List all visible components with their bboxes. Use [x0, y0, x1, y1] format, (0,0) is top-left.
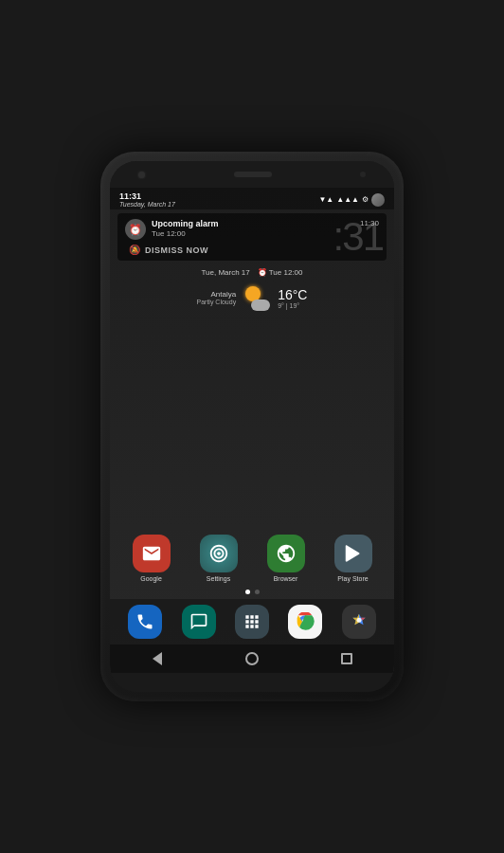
weather-city: Antalya [197, 290, 237, 299]
page-dot-1 [245, 590, 250, 594]
home-icon [245, 652, 259, 665]
home-button[interactable] [243, 649, 261, 668]
weather-condition: Partly Cloudy [197, 299, 237, 305]
notification-panel: ⏰ Upcoming alarm Tue 12:00 11:30 🔕 DISMI… [117, 213, 387, 261]
weather-icon [243, 284, 270, 311]
dismiss-button[interactable]: DISMISS NOW [145, 245, 208, 255]
wifi-icon: ▼▲ [318, 195, 333, 204]
back-icon [153, 652, 162, 665]
notification-title: Upcoming alarm [152, 219, 219, 228]
weather-range: 9° | 19° [278, 302, 307, 309]
alarm-label: ⏰ Tue 12:00 [258, 268, 303, 277]
app-grid: Google Settings [110, 531, 394, 586]
notification-subtitle: Tue 12:00 [152, 229, 219, 238]
bottom-bezel [110, 673, 394, 692]
notification-header: ⏰ Upcoming alarm Tue 12:00 11:30 [125, 219, 379, 240]
phone-screen-area: 11:31 Tuesday, March 17 ▼▲ ▲▲▲ ⚙ :31 ⏰ [110, 161, 394, 692]
notification-text: Upcoming alarm Tue 12:00 [152, 219, 219, 238]
playstore-icon [334, 535, 372, 572]
alarm-clock-icon: ⏰ [258, 268, 267, 277]
settings-icon [200, 535, 238, 572]
page-dot-2 [255, 590, 260, 594]
page-dots [110, 586, 394, 598]
notification-left: ⏰ Upcoming alarm Tue 12:00 [125, 219, 219, 240]
status-icons: ▼▲ ▲▲▲ ⚙ [318, 193, 385, 207]
dock-item-launcher[interactable] [226, 605, 278, 639]
user-avatar [371, 193, 385, 207]
weather-location: Antalya Partly Cloudy [197, 290, 237, 305]
chrome-dock-icon [288, 605, 322, 639]
weather-temperature: 16°C [278, 287, 307, 302]
home-spacer [110, 315, 394, 531]
svg-point-2 [356, 618, 361, 623]
home-screen: 11:31 Tuesday, March 17 ▼▲ ▲▲▲ ⚙ :31 ⏰ [110, 188, 394, 673]
front-camera [138, 172, 145, 178]
dismiss-row[interactable]: 🔕 DISMISS NOW [125, 245, 379, 255]
photos-dock-icon [342, 605, 376, 639]
browser-icon [267, 535, 305, 572]
app-dock [110, 598, 394, 644]
google-label: Google [140, 575, 162, 582]
weather-widget: Antalya Partly Cloudy 16°C 9° | 19° [110, 281, 394, 315]
launcher-dock-icon [235, 605, 269, 639]
recents-button[interactable] [337, 649, 356, 668]
dock-item-messages[interactable] [172, 605, 224, 639]
settings-icon-small: ⚙ [362, 195, 369, 204]
dock-item-photos[interactable] [333, 605, 385, 639]
earpiece-speaker [234, 172, 272, 177]
phone-device: 11:31 Tuesday, March 17 ▼▲ ▲▲▲ ⚙ :31 ⏰ [100, 152, 404, 701]
signal-icon: ▲▲▲ [336, 195, 359, 204]
app-item-browser[interactable]: Browser [254, 535, 317, 582]
app-item-google[interactable]: Google [119, 535, 183, 582]
status-time: 11:31 [119, 191, 175, 201]
playstore-label: Play Store [337, 575, 368, 582]
settings-label: Settings [207, 575, 230, 582]
google-icon [133, 535, 171, 572]
notification-time: 11:30 [360, 219, 379, 227]
app-item-settings[interactable]: Settings [187, 535, 250, 582]
back-button[interactable] [148, 649, 167, 668]
navigation-bar [110, 644, 394, 673]
messages-dock-icon [182, 605, 216, 639]
dock-item-phone[interactable] [119, 605, 171, 639]
proximity-sensor [360, 172, 366, 177]
browser-label: Browser [274, 575, 298, 582]
dismiss-alarm-icon: 🔕 [129, 245, 140, 255]
weather-temp-block: 16°C 9° | 19° [278, 287, 307, 309]
status-date: Tuesday, March 17 [119, 201, 175, 208]
dock-item-chrome[interactable] [279, 605, 331, 639]
status-bar: 11:31 Tuesday, March 17 ▼▲ ▲▲▲ ⚙ [110, 188, 394, 209]
phone-dock-icon [128, 605, 162, 639]
alarm-icon: ⏰ [125, 219, 146, 240]
recents-icon [341, 653, 352, 664]
app-item-playstore[interactable]: Play Store [321, 535, 385, 582]
status-time-block: 11:31 Tuesday, March 17 [119, 191, 175, 208]
date-label: Tue, March 17 [201, 268, 249, 277]
top-bezel [110, 161, 394, 188]
date-alarm-row: Tue, March 17 ⏰ Tue 12:00 [110, 268, 394, 277]
cloud-shape [251, 299, 270, 311]
